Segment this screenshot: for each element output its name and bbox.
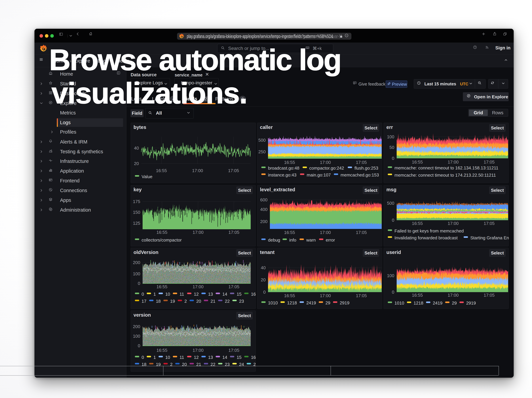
svg-text:flush.go:253: flush.go:253 xyxy=(355,166,378,171)
svg-text:0: 0 xyxy=(142,355,144,360)
svg-text:17:00: 17:00 xyxy=(320,160,331,165)
svg-text:1: 1 xyxy=(153,355,156,360)
svg-text:1: 1 xyxy=(153,292,156,297)
svg-text:100: 100 xyxy=(133,334,140,339)
svg-text:16:55: 16:55 xyxy=(156,168,167,173)
svg-text:2419: 2419 xyxy=(433,300,443,305)
svg-text:17:00: 17:00 xyxy=(320,230,331,235)
svg-text:16:55: 16:55 xyxy=(156,348,167,353)
svg-text:175: 175 xyxy=(133,199,140,204)
svg-text:600: 600 xyxy=(260,197,267,202)
svg-text:info: info xyxy=(289,237,296,243)
svg-text:17:05: 17:05 xyxy=(228,168,239,173)
svg-text:500: 500 xyxy=(259,138,266,143)
svg-text:17:05: 17:05 xyxy=(484,160,494,165)
svg-text:200: 200 xyxy=(133,260,140,265)
svg-text:Value: Value xyxy=(142,174,152,179)
svg-text:17:05: 17:05 xyxy=(228,230,239,235)
svg-text:Invalidating forwarded broadca: Invalidating forwarded broadcast xyxy=(394,235,458,240)
svg-text:10: 10 xyxy=(165,292,170,297)
svg-text:2919: 2919 xyxy=(340,300,349,305)
svg-text:17:00: 17:00 xyxy=(320,293,331,298)
svg-text:12: 12 xyxy=(194,292,199,297)
svg-text:17: 17 xyxy=(142,299,146,304)
svg-text:1218: 1218 xyxy=(287,300,297,305)
svg-text:16:55: 16:55 xyxy=(284,160,295,165)
svg-text:17:00: 17:00 xyxy=(448,293,458,298)
svg-text:150: 150 xyxy=(133,210,140,215)
svg-text:memcache: connect timeout to 1: memcache: connect timeout to 162.134.158… xyxy=(394,165,498,170)
svg-text:k6: k6 xyxy=(51,151,52,152)
svg-text:16: 16 xyxy=(251,355,256,360)
svg-text:17:00: 17:00 xyxy=(448,160,458,165)
svg-text:0: 0 xyxy=(392,218,394,223)
svg-text:29: 29 xyxy=(325,300,330,305)
svg-text:17:05: 17:05 xyxy=(228,348,239,353)
svg-text:17:00: 17:00 xyxy=(192,230,203,235)
svg-text:20: 20 xyxy=(196,299,201,304)
svg-text:15: 15 xyxy=(237,355,241,360)
svg-text:13: 13 xyxy=(208,355,213,360)
svg-text:16:55: 16:55 xyxy=(412,293,423,298)
svg-text:16:55: 16:55 xyxy=(156,230,167,235)
svg-text:16:55: 16:55 xyxy=(284,293,295,298)
svg-text:1010: 1010 xyxy=(268,300,278,305)
svg-text:17:00: 17:00 xyxy=(192,348,203,353)
svg-text:22: 22 xyxy=(225,299,230,304)
svg-text:1218: 1218 xyxy=(414,300,423,305)
svg-text:17:05: 17:05 xyxy=(356,293,367,298)
svg-text:collectors/compactor: collectors/compactor xyxy=(142,237,182,243)
svg-text:17:05: 17:05 xyxy=(356,230,367,235)
svg-text:29: 29 xyxy=(452,300,457,305)
svg-text:15: 15 xyxy=(237,292,241,297)
svg-text:13: 13 xyxy=(208,292,213,297)
svg-text:16:55: 16:55 xyxy=(156,284,167,289)
svg-text:0: 0 xyxy=(392,156,394,161)
svg-text:0: 0 xyxy=(142,292,144,297)
svg-text:11: 11 xyxy=(180,355,184,360)
svg-text:200: 200 xyxy=(133,324,140,329)
svg-text:memcached.go:153: memcached.go:153 xyxy=(341,173,379,177)
svg-text:0: 0 xyxy=(263,290,266,295)
svg-text:16:55: 16:55 xyxy=(412,160,423,165)
svg-text:17:00: 17:00 xyxy=(192,284,203,289)
svg-text:2419: 2419 xyxy=(306,300,316,305)
svg-text:23: 23 xyxy=(239,299,244,304)
svg-text:0: 0 xyxy=(392,290,394,295)
svg-text:compactor.go:242: compactor.go:242 xyxy=(309,166,344,171)
svg-text:40: 40 xyxy=(261,265,266,270)
svg-text:2919: 2919 xyxy=(466,300,476,305)
svg-text:400: 400 xyxy=(260,207,267,212)
svg-text:10: 10 xyxy=(165,355,170,360)
svg-text:debug: debug xyxy=(268,237,280,243)
svg-text:17:05: 17:05 xyxy=(484,293,494,298)
svg-text:12: 12 xyxy=(194,355,199,360)
svg-text:14: 14 xyxy=(222,355,227,360)
svg-text:Failed to get keys from memcac: Failed to get keys from memcached xyxy=(394,228,464,233)
svg-text:2: 2 xyxy=(184,299,187,304)
svg-text:19: 19 xyxy=(170,299,175,304)
svg-text:50: 50 xyxy=(389,145,394,150)
svg-text:21: 21 xyxy=(210,299,215,304)
svg-text:250: 250 xyxy=(259,149,266,154)
svg-text:100: 100 xyxy=(133,271,140,276)
svg-text:broadcast.go:48: broadcast.go:48 xyxy=(268,166,299,171)
svg-text:40: 40 xyxy=(134,146,139,151)
svg-text:125: 125 xyxy=(133,221,140,226)
svg-text:20: 20 xyxy=(134,161,139,166)
svg-text:16: 16 xyxy=(251,292,256,297)
svg-text:18: 18 xyxy=(156,299,161,304)
svg-text:17:05: 17:05 xyxy=(228,284,239,289)
svg-text:14: 14 xyxy=(222,292,227,297)
svg-text:17:05: 17:05 xyxy=(356,160,367,165)
svg-text:17:00: 17:00 xyxy=(192,168,203,173)
svg-text:instance.go:43: instance.go:43 xyxy=(268,173,297,177)
svg-text:16:55: 16:55 xyxy=(412,221,423,226)
svg-text:100: 100 xyxy=(387,134,394,139)
svg-text:17:00: 17:00 xyxy=(448,221,458,226)
svg-text:error: error xyxy=(326,237,335,243)
svg-text:100: 100 xyxy=(387,273,394,278)
svg-text:500: 500 xyxy=(387,201,394,206)
svg-text:0: 0 xyxy=(138,281,140,286)
svg-text:main.go:107: main.go:107 xyxy=(307,173,331,177)
